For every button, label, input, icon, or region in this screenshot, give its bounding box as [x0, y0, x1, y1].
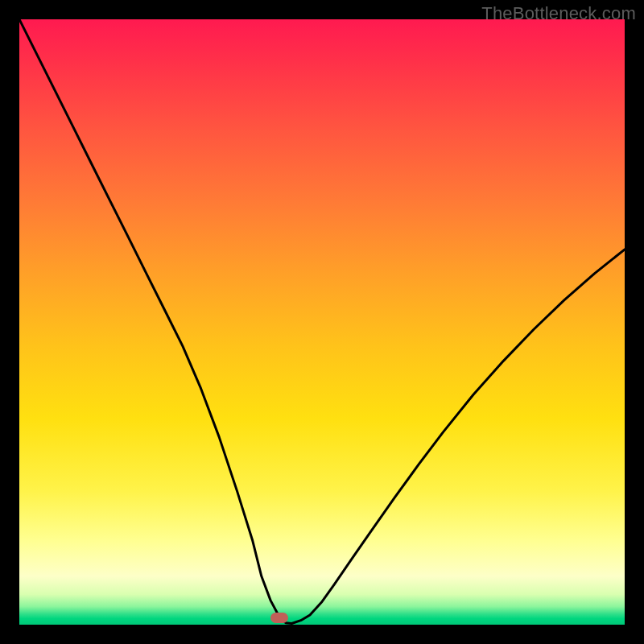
plot-area: [19, 19, 625, 625]
optimal-point-marker: [270, 613, 288, 623]
chart-frame: TheBottleneck.com: [0, 0, 644, 644]
bottleneck-curve: [19, 19, 625, 625]
watermark-text: TheBottleneck.com: [481, 3, 636, 24]
